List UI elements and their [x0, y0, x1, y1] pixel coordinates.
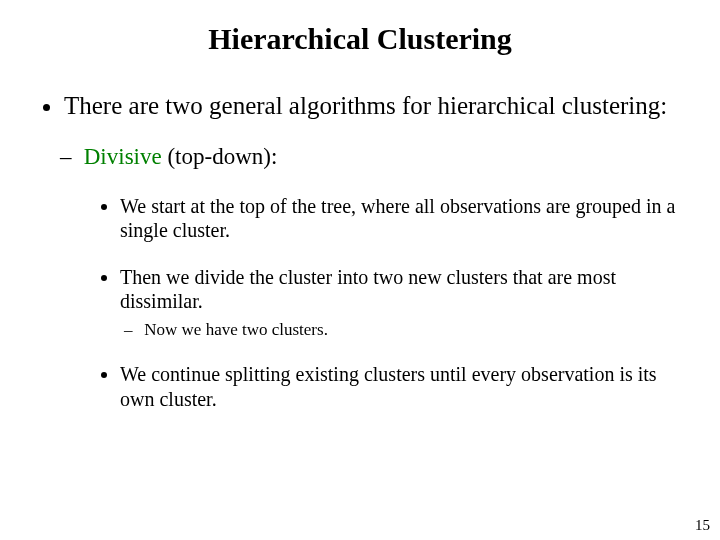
point-2: Then we divide the cluster into two new …	[120, 265, 684, 341]
point-1: We start at the top of the tree, where a…	[120, 194, 684, 243]
slide-title: Hierarchical Clustering	[36, 22, 684, 56]
page-number: 15	[695, 517, 710, 534]
point-2-sub: Now we have two clusters.	[140, 320, 684, 341]
divisive-item: Divisive (top-down): We start at the top…	[78, 143, 684, 411]
divisive-suffix: (top-down):	[162, 144, 278, 169]
bullet-list-level3: We start at the top of the tree, where a…	[78, 194, 684, 411]
divisive-label: Divisive	[84, 144, 162, 169]
intro-text: There are two general algorithms for hie…	[64, 92, 667, 119]
bullet-list-level4: Now we have two clusters.	[120, 320, 684, 341]
bullet-list-level2: Divisive (top-down): We start at the top…	[64, 143, 684, 411]
point-2-text: Then we divide the cluster into two new …	[120, 266, 616, 312]
point-1-text: We start at the top of the tree, where a…	[120, 195, 675, 241]
slide: Hierarchical Clustering There are two ge…	[0, 0, 720, 540]
bullet-list-level1: There are two general algorithms for hie…	[36, 90, 684, 411]
point-3-text: We continue splitting existing clusters …	[120, 363, 657, 409]
intro-bullet: There are two general algorithms for hie…	[64, 90, 684, 411]
point-3: We continue splitting existing clusters …	[120, 362, 684, 411]
point-2-sub-text: Now we have two clusters.	[144, 320, 328, 339]
